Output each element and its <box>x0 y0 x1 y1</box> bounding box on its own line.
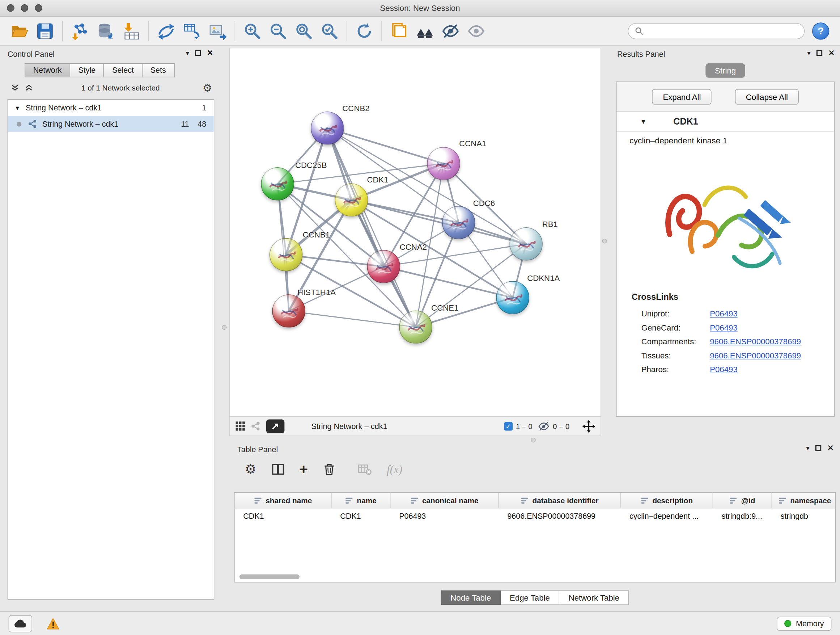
section-caret-icon[interactable]: ▼ <box>640 118 647 126</box>
splitter-handle[interactable] <box>222 325 226 330</box>
column-header-namespace[interactable]: namespace <box>772 493 836 508</box>
network-node-cdc6[interactable] <box>442 206 475 239</box>
zoom-selected-button[interactable] <box>317 19 342 43</box>
network-node-ccna1[interactable] <box>427 147 460 180</box>
collapse-caret-icon[interactable]: ▼ <box>14 105 20 111</box>
tab-sets[interactable]: Sets <box>142 63 175 78</box>
import-network-from-database-button[interactable] <box>93 19 118 43</box>
table-cell[interactable]: 9606.ENSP00000378699 <box>499 511 621 520</box>
splitter-handle[interactable] <box>602 239 607 243</box>
network-from-table-button[interactable] <box>179 19 205 43</box>
network-edge[interactable] <box>327 128 416 327</box>
string-tab[interactable]: String <box>706 63 745 78</box>
crosslink-link[interactable]: 9606.ENSP00000378699 <box>710 350 801 359</box>
show-all-button[interactable] <box>463 19 489 43</box>
network-edge[interactable] <box>289 311 416 327</box>
tab-edge-table[interactable]: Edge Table <box>501 591 560 605</box>
show-columns-icon[interactable] <box>271 463 284 476</box>
warnings-button[interactable] <box>42 616 65 631</box>
clone-network-button[interactable] <box>153 19 179 43</box>
network-node-ccnb1[interactable] <box>270 238 303 272</box>
table-cell[interactable]: CDK1 <box>235 511 332 520</box>
import-network-from-file-button[interactable] <box>67 19 93 43</box>
network-canvas[interactable]: CCNB2CCNA1CDC25BCDK1CDC6RB1CCNB1CCNA2CDK… <box>230 48 600 416</box>
open-session-button[interactable] <box>6 19 32 43</box>
hide-selected-button[interactable] <box>438 19 463 43</box>
splitter-handle[interactable] <box>531 438 536 442</box>
column-header-canonical-name[interactable]: canonical name <box>391 493 499 508</box>
network-node-cdk1[interactable] <box>335 184 368 217</box>
table-cell[interactable]: stringdb <box>772 511 836 520</box>
close-panel-icon[interactable]: ✕ <box>829 49 835 57</box>
zoom-in-button[interactable] <box>240 19 265 43</box>
fit-content-button[interactable] <box>291 19 317 43</box>
network-node-ccnb2[interactable] <box>311 111 344 145</box>
crosslink-link[interactable]: P06493 <box>710 364 737 374</box>
add-column-icon[interactable]: + <box>299 462 308 477</box>
minimize-window-button[interactable] <box>21 4 28 12</box>
collapse-all-chevron-icon[interactable] <box>25 84 33 92</box>
tab-node-table[interactable]: Node Table <box>441 591 501 605</box>
protein-section-header[interactable]: ▼ CDK1 <box>617 112 834 132</box>
pan-move-icon[interactable] <box>583 420 595 432</box>
network-list-item[interactable]: String Network – cdk1 11 48 <box>8 116 214 132</box>
zoom-out-button[interactable] <box>265 19 291 43</box>
memory-button[interactable]: Memory <box>777 616 832 631</box>
table-cell[interactable]: stringdb:9... <box>713 511 772 520</box>
horizontal-scrollbar[interactable] <box>240 575 300 579</box>
network-node-cdc25b[interactable] <box>261 167 294 201</box>
tab-network-table[interactable]: Network Table <box>560 591 629 605</box>
table-cell[interactable]: P06493 <box>391 511 499 520</box>
help-button[interactable]: ? <box>812 22 829 39</box>
table-options-gear-icon[interactable]: ⚙ <box>245 463 256 476</box>
birds-eye-grid-icon[interactable] <box>235 421 245 431</box>
float-panel-icon[interactable]: ▾ <box>807 49 811 56</box>
maximize-panel-icon[interactable] <box>195 50 201 55</box>
import-table-from-file-button[interactable] <box>118 19 144 43</box>
table-row[interactable]: CDK1CDK1P064939606.ENSP00000378699cyclin… <box>235 508 835 523</box>
table-cell[interactable]: cyclin–dependent ... <box>621 511 713 520</box>
maximize-panel-icon[interactable] <box>816 50 822 55</box>
crosslink-link[interactable]: P06493 <box>710 309 737 318</box>
document-copy-button[interactable] <box>386 19 412 43</box>
export-image-button[interactable] <box>205 19 231 43</box>
search-box[interactable] <box>628 23 805 39</box>
column-header--id[interactable]: @id <box>713 493 772 508</box>
search-input[interactable] <box>647 26 798 36</box>
apply-layout-button[interactable] <box>351 19 377 43</box>
close-window-button[interactable] <box>7 4 14 12</box>
network-node-rb1[interactable] <box>509 227 543 261</box>
column-header-shared-name[interactable]: shared name <box>235 493 332 508</box>
cloud-status-button[interactable] <box>9 615 32 632</box>
network-node-ccna2[interactable] <box>367 250 400 283</box>
delete-column-trash-icon[interactable] <box>323 463 335 476</box>
network-node-cdkn1a[interactable] <box>496 281 529 314</box>
collapse-all-button[interactable]: Collapse All <box>735 89 798 105</box>
close-panel-icon[interactable]: ✕ <box>207 49 213 57</box>
column-header-database-identifier[interactable]: database identifier <box>499 493 621 508</box>
expand-all-button[interactable]: Expand All <box>652 89 712 105</box>
maximize-panel-icon[interactable] <box>815 445 821 451</box>
float-panel-icon[interactable]: ▾ <box>806 444 810 451</box>
zoom-window-button[interactable] <box>35 4 42 12</box>
tab-network[interactable]: Network <box>25 63 70 78</box>
selected-checkbox-icon[interactable]: ✓ <box>504 422 513 431</box>
tab-style[interactable]: Style <box>70 63 104 78</box>
detach-view-button[interactable] <box>266 419 284 433</box>
network-collection-row[interactable]: ▼ String Network – cdk1 1 <box>8 100 214 116</box>
table-cell[interactable]: CDK1 <box>332 511 391 520</box>
close-panel-icon[interactable]: ✕ <box>827 444 834 452</box>
tab-select[interactable]: Select <box>104 63 142 78</box>
column-header-description[interactable]: description <box>621 493 713 508</box>
save-session-button[interactable] <box>32 19 58 43</box>
column-header-name[interactable]: name <box>332 493 391 508</box>
crosslink-link[interactable]: 9606.ENSP00000378699 <box>710 337 801 346</box>
first-neighbors-button[interactable] <box>412 19 438 43</box>
network-edge[interactable] <box>327 128 444 164</box>
network-node-hist1h1a[interactable] <box>272 295 305 328</box>
crosslink-link[interactable]: P06493 <box>710 323 737 332</box>
network-edge[interactable] <box>351 200 526 244</box>
network-share-icon[interactable] <box>251 421 261 431</box>
network-node-ccne1[interactable] <box>399 310 432 344</box>
float-panel-icon[interactable]: ▾ <box>186 49 189 56</box>
